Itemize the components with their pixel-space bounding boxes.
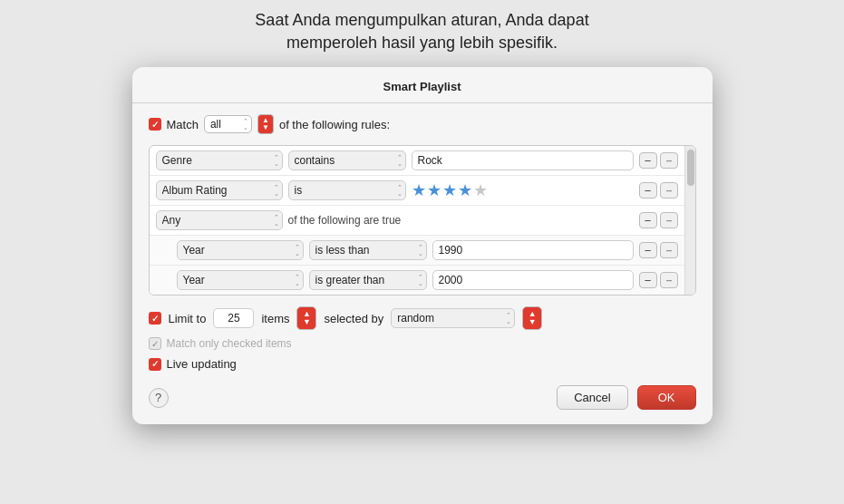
smart-playlist-dialog: Smart Playlist Match all any none ▲▼ of … bbox=[132, 67, 713, 424]
album-rating-field-select[interactable]: Album Rating Genre Year Any bbox=[156, 180, 283, 200]
limit-label: Limit to bbox=[169, 312, 207, 325]
year-greater-field-select[interactable]: Year Genre Album Rating bbox=[177, 270, 304, 290]
year-less-value-input[interactable] bbox=[432, 240, 634, 260]
limit-row: Limit to items ▲▼ selected by random alb… bbox=[149, 306, 696, 330]
tooltip-line2: memperoleh hasil yang lebih spesifik. bbox=[286, 34, 558, 52]
match-spinner[interactable]: ▲▼ bbox=[257, 114, 274, 134]
scrollbar-thumb[interactable] bbox=[687, 150, 694, 186]
year-less-condition-select[interactable]: is less than is is greater than is not bbox=[309, 240, 427, 260]
star-5[interactable]: ★ bbox=[473, 180, 488, 200]
limit-value-input[interactable] bbox=[213, 308, 254, 328]
album-rating-ellipsis-btn[interactable]: ··· bbox=[660, 182, 678, 199]
scrollbar-track[interactable] bbox=[684, 146, 695, 295]
match-row: Match all any none ▲▼ of the following r… bbox=[149, 114, 696, 134]
ok-button[interactable]: OK bbox=[637, 385, 696, 410]
match-checked-label: Match only checked items bbox=[167, 337, 292, 350]
rules-area: Genre Album Rating Year Any contains doe… bbox=[149, 145, 696, 296]
genre-condition-wrapper: contains does not contain is is not bbox=[288, 150, 406, 170]
match-label-before: Match bbox=[167, 118, 199, 131]
year-greater-ellipsis-btn[interactable]: ··· bbox=[660, 272, 678, 288]
match-all-select[interactable]: all any none bbox=[204, 115, 252, 133]
year-less-field-select[interactable]: Year Genre Album Rating bbox=[177, 240, 304, 260]
any-ellipsis-btn[interactable]: ··· bbox=[660, 212, 678, 228]
any-rule-buttons: − ··· bbox=[639, 212, 678, 228]
album-rating-field-wrapper: Album Rating Genre Year Any bbox=[156, 180, 283, 200]
match-label-after: of the following rules: bbox=[279, 118, 390, 131]
year-greater-rule-buttons: − ··· bbox=[639, 272, 678, 288]
genre-field-select[interactable]: Genre Album Rating Year Any bbox=[156, 150, 283, 170]
star-4[interactable]: ★ bbox=[458, 180, 472, 200]
tooltip-line1: Saat Anda mengumpulkan aturan, Anda dapa… bbox=[255, 11, 588, 29]
rules-inner: Genre Album Rating Year Any contains doe… bbox=[150, 146, 684, 295]
genre-ellipsis-btn[interactable]: ··· bbox=[660, 152, 678, 169]
year-less-rule-buttons: − ··· bbox=[639, 242, 678, 258]
dialog-title: Smart Playlist bbox=[132, 67, 713, 103]
rule-row-any: Any All None of the following are true −… bbox=[150, 206, 684, 236]
match-checked-row: Match only checked items bbox=[149, 337, 696, 350]
cancel-button[interactable]: Cancel bbox=[557, 385, 627, 410]
genre-minus-btn[interactable]: − bbox=[639, 152, 657, 169]
any-field-select[interactable]: Any All None bbox=[156, 210, 283, 230]
any-field-wrapper: Any All None bbox=[156, 210, 283, 230]
year-less-minus-btn[interactable]: − bbox=[639, 242, 657, 258]
any-group-label: of the following are true bbox=[288, 214, 634, 227]
tooltip: Saat Anda mengumpulkan aturan, Anda dapa… bbox=[255, 9, 588, 54]
dialog-body: Match all any none ▲▼ of the following r… bbox=[132, 114, 713, 371]
rule-row-album-rating: Album Rating Genre Year Any is is not is… bbox=[150, 176, 684, 206]
genre-condition-select[interactable]: contains does not contain is is not bbox=[288, 150, 406, 170]
live-updating-checkbox[interactable] bbox=[149, 358, 161, 371]
year-greater-value-input[interactable] bbox=[432, 270, 634, 290]
match-checkbox[interactable] bbox=[149, 118, 161, 131]
star-1[interactable]: ★ bbox=[412, 180, 426, 200]
rule-row-year-greater: Year Genre Album Rating is greater than … bbox=[150, 266, 684, 295]
live-updating-label: Live updating bbox=[167, 357, 237, 371]
live-updating-row: Live updating bbox=[149, 357, 696, 371]
album-rating-minus-btn[interactable]: − bbox=[639, 182, 657, 199]
year-greater-field-wrapper: Year Genre Album Rating bbox=[177, 270, 304, 290]
limit-items-label: items bbox=[261, 312, 289, 325]
limit-selected-by-wrapper: random album artist genre highest rating… bbox=[391, 308, 515, 328]
limit-selected-spinner[interactable]: ▲▼ bbox=[522, 306, 542, 330]
year-less-ellipsis-btn[interactable]: ··· bbox=[660, 242, 678, 258]
album-rating-condition-wrapper: is is not is greater than is less than bbox=[288, 180, 406, 200]
album-rating-stars[interactable]: ★ ★ ★ ★ ★ bbox=[412, 180, 634, 200]
album-rating-rule-buttons: − ··· bbox=[639, 182, 678, 199]
match-all-wrapper: all any none bbox=[204, 115, 252, 133]
year-less-field-wrapper: Year Genre Album Rating bbox=[177, 240, 304, 260]
help-button[interactable]: ? bbox=[149, 388, 169, 408]
match-checked-checkbox[interactable] bbox=[149, 337, 161, 350]
any-minus-btn[interactable]: − bbox=[639, 212, 657, 228]
rule-row-genre: Genre Album Rating Year Any contains doe… bbox=[150, 146, 684, 176]
limit-items-spinner[interactable]: ▲▼ bbox=[296, 306, 316, 330]
year-greater-condition-select[interactable]: is greater than is is less than is not bbox=[309, 270, 427, 290]
star-2[interactable]: ★ bbox=[427, 180, 441, 200]
limit-checkbox[interactable] bbox=[149, 312, 161, 325]
limit-selected-by-select[interactable]: random album artist genre highest rating… bbox=[391, 308, 515, 328]
footer-buttons: Cancel OK bbox=[557, 385, 695, 410]
year-greater-condition-wrapper: is greater than is is less than is not bbox=[309, 270, 427, 290]
album-rating-condition-select[interactable]: is is not is greater than is less than bbox=[288, 180, 406, 200]
year-less-condition-wrapper: is less than is is greater than is not bbox=[309, 240, 427, 260]
genre-field-wrapper: Genre Album Rating Year Any bbox=[156, 150, 283, 170]
dialog-footer: ? Cancel OK bbox=[132, 378, 713, 410]
rule-row-year-less: Year Genre Album Rating is less than is … bbox=[150, 236, 684, 266]
year-greater-minus-btn[interactable]: − bbox=[639, 272, 657, 288]
genre-rule-buttons: − ··· bbox=[639, 152, 678, 169]
star-3[interactable]: ★ bbox=[442, 180, 457, 200]
genre-value-input[interactable] bbox=[412, 150, 634, 170]
limit-selected-by-label: selected by bbox=[324, 312, 383, 325]
